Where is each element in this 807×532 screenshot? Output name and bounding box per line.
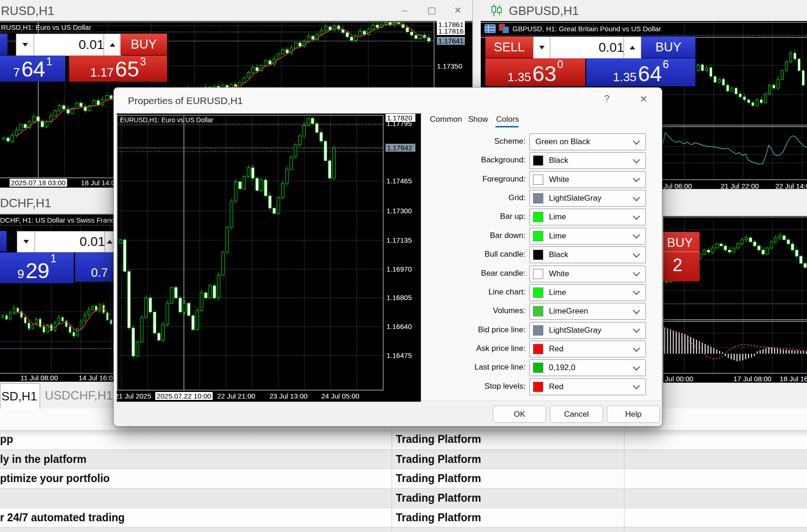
color-swatch (533, 250, 543, 260)
price-label: 1.17641 (437, 37, 465, 45)
lot-decrease-button[interactable] (16, 34, 35, 56)
chevron-down-icon (633, 156, 640, 164)
close-button[interactable]: ✕ (448, 3, 468, 18)
eurusd-sell-button-fragment[interactable] (0, 34, 7, 55)
color-swatch (533, 344, 543, 354)
date-label: 22 Jul 14:00 (775, 182, 807, 190)
gbpusd-buy-price[interactable]: 1.35 64 6 (586, 58, 695, 86)
date-label: 14 Jul 16:0 (78, 374, 112, 382)
price-big: 64 (21, 59, 45, 80)
maximize-button[interactable]: ▢ (422, 3, 442, 18)
dropdown-bidpriceline[interactable]: LightSlateGray (529, 322, 646, 339)
tab-colors[interactable]: Colors (496, 115, 519, 124)
dropdown-foreground[interactable]: White (529, 171, 646, 188)
lot-decrease-button[interactable] (17, 231, 35, 252)
gbpusd-sell-price[interactable]: 1.35 63 0 (485, 58, 585, 86)
active-tab-underline (495, 126, 519, 127)
chevron-down-icon (633, 250, 640, 258)
up-arrow-icon (107, 240, 112, 244)
table-row[interactable]: ptimize your portfolioTrading Platform (0, 469, 807, 489)
tab-usdchf[interactable]: USDCHF,H1 (45, 388, 113, 403)
eurusd-buy-price[interactable]: 1.17 65 3 (69, 56, 167, 82)
usdchf-buy-price[interactable]: 0.7 (75, 252, 113, 281)
lot-increase-button[interactable] (104, 34, 121, 56)
tab-eurusd[interactable]: SD,H1 (0, 383, 40, 409)
dropdown-value: Lime (549, 212, 634, 222)
price-prefix: 1.35 (507, 70, 531, 84)
price-label: 1.17135 (386, 236, 412, 244)
color-swatch (533, 212, 543, 222)
divider (0, 32, 434, 32)
usdchf-sell-price[interactable]: 9 29 1 (0, 252, 74, 283)
dropdown-bullcandle[interactable]: Black (529, 246, 646, 263)
dialog-close-icon[interactable]: ✕ (634, 93, 653, 105)
usdchf-lot-input[interactable]: 0.01 (35, 231, 110, 252)
minimize-button[interactable]: – (395, 3, 414, 18)
usdchf-sell-button-fragment[interactable] (0, 231, 7, 252)
eurusd-buy-button[interactable]: BUY (120, 34, 167, 55)
tab-common[interactable]: Common (430, 115, 462, 124)
dropdown-askpriceline[interactable]: Red (529, 341, 646, 357)
dropdown-value: White (549, 269, 634, 279)
table-row[interactable] (0, 527, 807, 532)
date-label: 2025.07.22 10:00 (155, 392, 213, 400)
ok-button[interactable]: OK (493, 406, 546, 423)
color-swatch (533, 363, 543, 373)
table-row[interactable]: ppTrading Platform (0, 430, 807, 449)
grid-icon[interactable] (484, 24, 496, 33)
dropdown-value: LightSlateGray (549, 326, 634, 335)
table-row[interactable]: ly in the platformTrading Platform (0, 449, 807, 469)
color-swatch (533, 269, 543, 279)
dropdown-value: Black (549, 156, 634, 165)
date-label: 23 Jul 13:00 (269, 392, 308, 400)
price-label: 1.17642 (386, 144, 415, 152)
table-row[interactable]: r 24/7 automated tradingTrading Platform (0, 508, 807, 527)
dropdown-background[interactable]: Black (529, 152, 646, 169)
dropdown-scheme[interactable]: Green on Black (529, 133, 646, 150)
tab-show[interactable]: Show (468, 115, 488, 124)
dropdown-bearcandle[interactable]: White (529, 266, 646, 282)
price-big: 63 (533, 64, 556, 84)
lot-increase-button[interactable] (624, 36, 641, 59)
dropdown-stoplevels[interactable]: Red (529, 378, 646, 395)
help-button[interactable]: Help (607, 406, 660, 423)
dropdown-value: Green on Black (535, 137, 634, 147)
dropdown-lastpriceline[interactable]: 0,192,0 (529, 359, 646, 376)
date-label: Jul 00:00 (665, 375, 694, 383)
cancel-button[interactable]: Cancel (550, 406, 603, 423)
gbpusd-lot-input[interactable]: 0.01 (550, 36, 629, 59)
dropdown-barup[interactable]: Lime (529, 209, 646, 225)
date-label: 18 Jul 16:0 (779, 375, 807, 383)
chevron-down-icon (633, 137, 640, 145)
eurusd-sell-price[interactable]: 7 64 1 (0, 56, 65, 82)
dropdown-grid[interactable]: LightSlateGray (529, 190, 646, 207)
tab-label: SD,H1 (1, 389, 37, 404)
gbpusd-buy-button[interactable]: BUY (641, 36, 695, 58)
price-sup: 6 (663, 59, 669, 70)
column-divider (624, 430, 625, 532)
dropdown-linechart[interactable]: Lime (529, 284, 646, 301)
lot-decrease-button[interactable] (533, 36, 551, 59)
clipboard-icon[interactable] (498, 23, 510, 34)
price-label: 1.17350 (437, 62, 462, 70)
dropdown-volumes[interactable]: LimeGreen (529, 303, 646, 320)
price-label: 1.17300 (386, 207, 412, 215)
dropdown-bardown[interactable]: Lime (529, 228, 646, 245)
color-swatch (533, 175, 543, 185)
preview-chart-canvas[interactable] (117, 113, 420, 401)
buy-label: BUY (667, 236, 693, 250)
eurusd-lot-input[interactable]: 0.01 (34, 34, 109, 56)
date-label: 11 Jul 08:00 (21, 374, 58, 382)
gbpusd-sell-button[interactable]: SELL (485, 36, 533, 58)
lot-increase-button[interactable] (105, 231, 114, 252)
table-cell-platform: Trading Platform (396, 511, 481, 524)
price-label: 1.16640 (386, 322, 412, 330)
bottom-right-buy-button[interactable]: BUY 2 (663, 232, 700, 281)
table-row[interactable]: Trading Platform (0, 488, 807, 508)
price-sup: 0 (557, 59, 563, 70)
chevron-down-icon (633, 288, 640, 295)
date-label: Jul 06:00 (664, 182, 692, 190)
dropdown-value: Lime (549, 288, 634, 297)
price-fragment: 0.7 (91, 266, 108, 280)
help-icon[interactable]: ? (597, 93, 616, 104)
